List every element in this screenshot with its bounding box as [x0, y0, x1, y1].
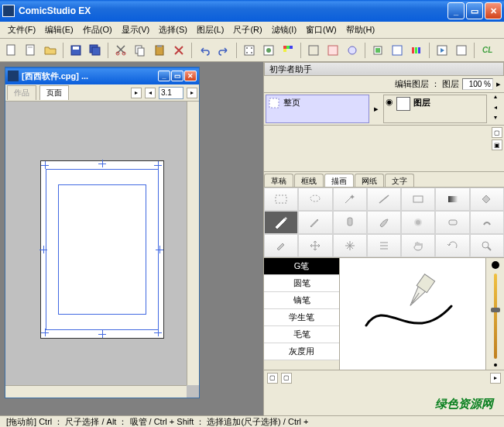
new-icon[interactable]: [3, 42, 20, 59]
layer-menu-icon[interactable]: ◂: [489, 104, 502, 115]
play-icon[interactable]: [434, 42, 451, 59]
layer-box[interactable]: ◉ 图层: [383, 95, 487, 123]
nav-tab-icon[interactable]: ▸: [131, 88, 142, 98]
subtab-text[interactable]: 文字: [385, 174, 414, 187]
tool-b-icon[interactable]: [324, 42, 341, 59]
fill-tool-icon[interactable]: [470, 188, 504, 211]
menu-edit[interactable]: 编辑(E): [40, 22, 78, 37]
brush-opt1-icon[interactable]: ▢: [267, 373, 278, 384]
new-page-icon[interactable]: [22, 42, 39, 59]
doc-close-button[interactable]: ✕: [184, 71, 197, 81]
menu-file[interactable]: 文件(F): [3, 22, 40, 37]
brush-tool-icon[interactable]: [367, 211, 401, 234]
menu-window[interactable]: 窗口(W): [301, 22, 341, 37]
burst-tool-icon[interactable]: [333, 234, 367, 257]
brush-brush[interactable]: 毛笔: [264, 326, 339, 343]
tab-work[interactable]: 作品: [7, 85, 36, 100]
menu-select[interactable]: 选择(S): [154, 22, 192, 37]
clt-icon[interactable]: CL: [478, 42, 496, 59]
subtab-frame[interactable]: 框线: [294, 174, 324, 187]
doc-minimize-button[interactable]: _: [158, 71, 170, 81]
pattern1-icon[interactable]: [241, 42, 258, 59]
pattern2-icon[interactable]: [260, 42, 277, 59]
nav-next-icon[interactable]: ▸: [187, 88, 197, 98]
copy-icon[interactable]: [132, 42, 149, 59]
airbrush-tool-icon[interactable]: [401, 211, 435, 234]
document-titlebar[interactable]: [西西软件.cpg] ... _ ▭ ✕: [5, 67, 199, 84]
pen-tool-icon[interactable]: [264, 211, 298, 234]
layer-down-icon[interactable]: ▾: [489, 114, 502, 125]
marquee-tool-icon[interactable]: [264, 188, 298, 211]
close-button[interactable]: ✕: [485, 2, 502, 19]
brush-kabura[interactable]: 镝笔: [264, 292, 339, 309]
visibility-icon[interactable]: ◉: [386, 97, 393, 107]
subtab-tone[interactable]: 网纸: [355, 174, 384, 187]
page-number-input[interactable]: [159, 87, 183, 99]
save-icon[interactable]: [67, 42, 84, 59]
smudge-tool-icon[interactable]: [470, 211, 504, 234]
brush-list: G笔 圆笔 镝笔 学生笔 毛笔 灰度用: [264, 258, 340, 370]
tool-a-icon[interactable]: [305, 42, 322, 59]
tool-f-icon[interactable]: [408, 42, 425, 59]
menu-help[interactable]: 帮助(H): [341, 22, 379, 37]
panel-opt1-icon[interactable]: ▢: [492, 127, 502, 138]
eyedropper-tool-icon[interactable]: [264, 234, 298, 257]
line-tool-icon[interactable]: [367, 188, 401, 211]
brush-g[interactable]: G笔: [264, 258, 339, 275]
panel-opt2-icon[interactable]: ▣: [492, 139, 502, 150]
eraser-tool-icon[interactable]: [435, 211, 469, 234]
layer-up-icon[interactable]: ▴: [489, 93, 502, 104]
menu-ruler[interactable]: 尺子(R): [228, 22, 266, 37]
minimize-button[interactable]: _: [447, 2, 465, 19]
move-tool-icon[interactable]: [298, 234, 332, 257]
menu-filter[interactable]: 滤镜(I): [267, 22, 301, 37]
brush-gray[interactable]: 灰度用: [264, 343, 339, 360]
zoom-input[interactable]: [462, 78, 493, 90]
tool-e-icon[interactable]: [389, 42, 406, 59]
brush-opt2-icon[interactable]: ▢: [281, 373, 292, 384]
wand-tool-icon[interactable]: [333, 188, 367, 211]
align-tool-icon[interactable]: [367, 234, 401, 257]
menu-work[interactable]: 作品(O): [78, 22, 117, 37]
rotate-tool-icon[interactable]: [435, 234, 469, 257]
menu-layer[interactable]: 图层(L): [192, 22, 228, 37]
open-icon[interactable]: [42, 42, 59, 59]
tab-page[interactable]: 页面: [39, 85, 69, 100]
undo-icon[interactable]: [196, 42, 213, 59]
delete-icon[interactable]: [170, 42, 187, 59]
subtab-draw[interactable]: 描画: [324, 174, 354, 187]
tool-g-icon[interactable]: [453, 42, 470, 59]
fullpage-box[interactable]: 整页: [266, 95, 369, 123]
document-area: [西西软件.cpg] ... _ ▭ ✕ 作品 页面 ▸ ◂ ▸: [0, 62, 263, 415]
paste-icon[interactable]: [151, 42, 168, 59]
expand-icon[interactable]: ▸: [496, 79, 501, 89]
brush-more-icon[interactable]: ▸: [490, 373, 501, 384]
redo-icon[interactable]: [215, 42, 232, 59]
tool-c-icon[interactable]: [344, 42, 361, 59]
brush-round[interactable]: 圆笔: [264, 275, 339, 292]
cut-icon[interactable]: [112, 42, 129, 59]
palette-icon[interactable]: [279, 42, 297, 59]
slider-thumb[interactable]: [491, 308, 500, 312]
gradient-tool-icon[interactable]: [435, 188, 469, 211]
save-all-icon[interactable]: [87, 42, 104, 59]
size-slider[interactable]: [494, 274, 497, 359]
horizontal-scrollbar[interactable]: [5, 385, 187, 398]
rect-tool-icon[interactable]: [401, 188, 435, 211]
page-canvas[interactable]: [40, 160, 164, 339]
brush-school[interactable]: 学生笔: [264, 309, 339, 326]
zoom-tool-icon[interactable]: [470, 234, 504, 257]
canvas-viewport[interactable]: [5, 102, 199, 398]
hand-tool-icon[interactable]: [401, 234, 435, 257]
nav-prev-icon[interactable]: ◂: [145, 88, 156, 98]
subtab-draft[interactable]: 草稿: [264, 174, 293, 187]
vertical-scrollbar[interactable]: [187, 102, 199, 385]
maximize-button[interactable]: ▭: [466, 2, 483, 19]
tool-d-icon[interactable]: [369, 42, 386, 59]
doc-maximize-button[interactable]: ▭: [171, 71, 183, 81]
menu-view[interactable]: 显示(V): [117, 22, 155, 37]
marker-tool-icon[interactable]: [333, 211, 367, 234]
pencil-tool-icon[interactable]: [298, 211, 332, 234]
lasso-tool-icon[interactable]: [298, 188, 332, 211]
layer-next-icon[interactable]: ▸: [371, 93, 382, 125]
